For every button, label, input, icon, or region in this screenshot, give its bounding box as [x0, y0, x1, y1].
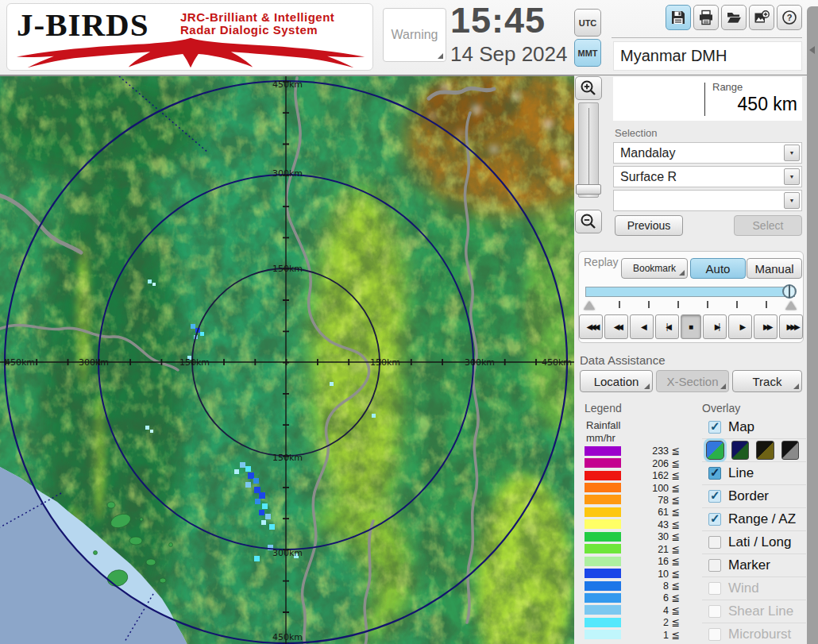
save-icon — [670, 10, 686, 25]
extra-dropdown[interactable]: ▼ — [613, 190, 802, 211]
site-dropdown[interactable]: Mandalay ▼ — [613, 142, 802, 164]
map-zoom-controls — [575, 76, 604, 235]
logo-subtitle-line2: Radar Dialogic System — [180, 24, 334, 37]
help-button[interactable]: ? — [777, 5, 802, 30]
svg-text:150km: 150km — [179, 357, 210, 368]
skip-end-button[interactable]: ▶| — [703, 314, 727, 339]
overlay-item-border[interactable]: Border — [702, 485, 806, 508]
range-display: Range 450 km — [613, 77, 802, 121]
product-dropdown-value: Surface R — [620, 170, 677, 184]
skip-start-button[interactable]: |◀ — [655, 314, 679, 339]
site-dropdown-value: Mandalay — [620, 146, 675, 160]
station-name: Myanmar DMH — [613, 41, 802, 71]
step-back-button[interactable]: ◀ — [630, 314, 654, 339]
overlay-item-shear-line: Shear Line — [702, 600, 806, 623]
overlay-item-marker[interactable]: Marker — [702, 554, 806, 577]
radar-map[interactable]: 450km 300km 150km 150km 300km 450km 450k… — [0, 75, 574, 644]
jbirds-window: J-BIRDS JRC-Brilliant & Intelligent Rada… — [0, 0, 818, 644]
select-button[interactable]: Select — [734, 215, 802, 236]
map-style-1-button[interactable] — [706, 441, 724, 460]
open-folder-button[interactable] — [721, 5, 747, 30]
timezone-mmt-button[interactable]: MMT — [574, 39, 601, 67]
svg-text:300km: 300km — [465, 357, 495, 368]
save-button[interactable] — [666, 5, 691, 30]
marker-checkbox[interactable] — [708, 559, 721, 572]
bookmark-label: Bookmark — [633, 263, 676, 274]
map-style-2-button[interactable] — [731, 441, 750, 460]
product-dropdown[interactable]: Surface R ▼ — [613, 166, 802, 187]
add-image-button[interactable] — [749, 5, 774, 30]
forward-fast-button[interactable]: ▶▶▶ — [779, 314, 803, 339]
overlay-header: Overlay — [702, 402, 740, 415]
track-button[interactable]: Track — [732, 370, 802, 392]
zoom-out-icon — [580, 213, 597, 230]
zoom-in-button[interactable] — [575, 76, 602, 100]
line-checkbox[interactable] — [708, 467, 721, 480]
zoom-slider-handle[interactable] — [576, 184, 601, 195]
previous-button[interactable]: Previous — [615, 215, 683, 236]
svg-text:300km: 300km — [272, 168, 303, 179]
overlay-item-line[interactable]: Line — [702, 462, 806, 485]
eagle-logo-icon — [12, 36, 369, 71]
zoom-slider-groove — [588, 108, 589, 194]
svg-text:300km: 300km — [79, 357, 109, 368]
slider-start-marker[interactable] — [584, 301, 595, 310]
range-az-checkbox[interactable] — [708, 513, 721, 526]
rewind-button[interactable]: ◀◀ — [604, 314, 628, 339]
slider-end-marker[interactable] — [785, 301, 797, 310]
svg-text:450km: 450km — [272, 79, 303, 90]
print-icon — [698, 10, 714, 25]
warning-button[interactable]: Warning — [383, 8, 446, 62]
overlay-item-map[interactable]: Map — [702, 416, 806, 439]
panel-collapse-strip[interactable] — [807, 6, 818, 644]
auto-mode-button[interactable]: Auto — [690, 258, 746, 279]
overlay-item-wind: Wind — [702, 577, 806, 600]
forward-button[interactable]: ▶▶ — [754, 314, 777, 339]
wind-checkbox — [708, 582, 721, 595]
shear-line-checkbox — [708, 605, 721, 618]
svg-text:?: ? — [787, 13, 793, 22]
zoom-out-button[interactable] — [575, 210, 602, 233]
overlay-item-lati-long[interactable]: Lati / Long — [702, 531, 806, 554]
add-image-icon — [754, 10, 770, 25]
microburst-checkbox — [708, 628, 721, 641]
lati-long-checkbox[interactable] — [708, 536, 721, 549]
svg-text:450km: 450km — [542, 357, 572, 368]
zoom-slider[interactable] — [578, 102, 599, 198]
playback-controls: ◀◀◀ ◀◀ ◀ |◀ ■ ▶| ▶ ▶▶ ▶▶▶ — [579, 314, 803, 339]
logo-subtitle-line1: JRC-Brilliant & Intelligent — [180, 11, 334, 24]
map-style-4-button[interactable] — [781, 441, 800, 460]
overlay-options: Map Line Border Range / AZ Lati / Long M… — [702, 416, 806, 644]
rewind-fast-button[interactable]: ◀◀◀ — [579, 314, 603, 339]
replay-slider-handle[interactable] — [782, 284, 797, 299]
manual-mode-button[interactable]: Manual — [747, 258, 802, 279]
track-label: Track — [753, 375, 782, 388]
map-checkbox[interactable] — [708, 421, 721, 434]
map-style-row — [702, 439, 806, 462]
stop-button[interactable]: ■ — [681, 314, 702, 339]
chevron-down-icon[interactable]: ▼ — [784, 145, 800, 161]
svg-text:150km: 150km — [370, 357, 400, 368]
data-assistance-label: Data Assistance — [580, 353, 666, 367]
location-button[interactable]: Location — [580, 370, 653, 392]
header-divider — [612, 37, 802, 38]
location-label: Location — [594, 375, 639, 388]
replay-slider[interactable] — [585, 287, 795, 297]
print-button[interactable] — [693, 5, 719, 30]
border-checkbox[interactable] — [708, 490, 721, 503]
overlay-item-range-az[interactable]: Range / AZ — [702, 508, 806, 531]
svg-text:300km: 300km — [272, 548, 303, 558]
rainfall-legend: 233 ≦ 206 ≦ 162 ≦ 100 ≦ 78 ≦ 61 ≦ 43 ≦ 3… — [585, 445, 681, 641]
xsection-button[interactable]: X-Section — [656, 370, 729, 392]
clock-time: 15:45 — [450, 0, 546, 41]
play-button[interactable]: ▶ — [728, 314, 752, 339]
chevron-down-icon[interactable]: ▼ — [784, 168, 800, 185]
collapse-arrow-icon — [809, 46, 815, 54]
chevron-down-icon[interactable]: ▼ — [784, 192, 800, 209]
legend-unit-line2: mm/hr — [586, 432, 615, 444]
map-style-3-button[interactable] — [756, 441, 774, 460]
selection-label: Selection — [615, 127, 657, 139]
timezone-utc-button[interactable]: UTC — [574, 9, 601, 37]
bookmark-button[interactable]: Bookmark — [621, 258, 688, 279]
svg-text:150km: 150km — [272, 453, 303, 463]
